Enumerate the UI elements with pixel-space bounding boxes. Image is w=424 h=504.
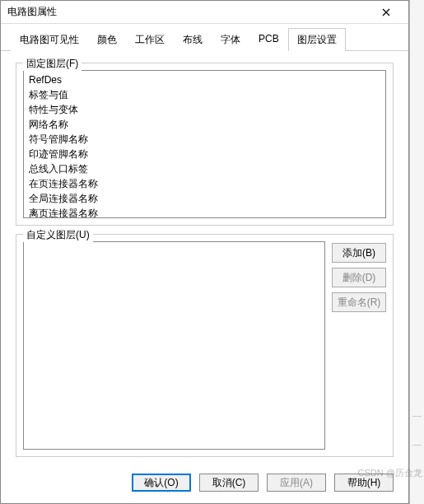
list-item[interactable]: 离页连接器名称 bbox=[26, 206, 384, 218]
close-icon bbox=[382, 8, 390, 16]
delete-button[interactable]: 删除(D) bbox=[332, 268, 386, 287]
list-item[interactable]: 总线入口标签 bbox=[26, 161, 384, 176]
fixed-layers-group: 固定图层(F) RefDes 标签与值 特性与变体 网络名称 符号管脚名称 印迹… bbox=[16, 63, 394, 226]
ok-button[interactable]: 确认(O) bbox=[132, 474, 191, 492]
list-item[interactable]: 特性与变体 bbox=[26, 102, 384, 117]
tab-font[interactable]: 字体 bbox=[212, 28, 249, 51]
list-item[interactable]: 符号管脚名称 bbox=[26, 132, 384, 147]
list-item[interactable]: 标签与值 bbox=[26, 87, 384, 102]
close-button[interactable] bbox=[370, 2, 402, 22]
dialog-window: 电路图属性 电路图可见性 颜色 工作区 布线 字体 PCB 图层设置 固定图层(… bbox=[0, 0, 409, 504]
list-item[interactable]: 在页连接器名称 bbox=[26, 176, 384, 191]
tab-workspace[interactable]: 工作区 bbox=[126, 28, 174, 51]
custom-layers-label: 自定义图层(U) bbox=[23, 228, 93, 242]
list-item[interactable]: 网络名称 bbox=[26, 117, 384, 132]
tab-wiring[interactable]: 布线 bbox=[174, 28, 212, 51]
list-item[interactable]: 全局连接器名称 bbox=[26, 191, 384, 206]
dialog-title: 电路图属性 bbox=[7, 5, 370, 19]
tab-pcb[interactable]: PCB bbox=[249, 28, 288, 51]
custom-layers-listbox[interactable] bbox=[23, 241, 325, 450]
rename-button[interactable]: 重命名(R) bbox=[332, 292, 386, 312]
background-window-edge bbox=[409, 0, 424, 504]
custom-layers-group: 自定义图层(U) 添加(B) 删除(D) 重命名(R) bbox=[16, 234, 394, 457]
fixed-layers-listbox[interactable]: RefDes 标签与值 特性与变体 网络名称 符号管脚名称 印迹管脚名称 总线入… bbox=[23, 70, 386, 218]
tabs: 电路图可见性 颜色 工作区 布线 字体 PCB 图层设置 bbox=[1, 24, 408, 51]
titlebar: 电路图属性 bbox=[1, 1, 408, 24]
tab-content: 固定图层(F) RefDes 标签与值 特性与变体 网络名称 符号管脚名称 印迹… bbox=[1, 51, 408, 465]
cancel-button[interactable]: 取消(C) bbox=[199, 474, 259, 492]
list-item[interactable]: 印迹管脚名称 bbox=[26, 147, 384, 161]
watermark: CSDN @历金龙 bbox=[358, 467, 422, 479]
fixed-layers-label: 固定图层(F) bbox=[23, 57, 82, 71]
apply-button[interactable]: 应用(A) bbox=[267, 474, 326, 492]
add-button[interactable]: 添加(B) bbox=[332, 243, 386, 263]
list-item[interactable]: RefDes bbox=[26, 72, 384, 87]
tab-colors[interactable]: 颜色 bbox=[88, 28, 126, 51]
custom-layers-inner: 添加(B) 删除(D) 重命名(R) bbox=[23, 241, 386, 450]
dialog-buttons: 确认(O) 取消(C) 应用(A) 帮助(H) bbox=[1, 465, 408, 503]
tab-layer-settings[interactable]: 图层设置 bbox=[288, 28, 346, 51]
side-buttons: 添加(B) 删除(D) 重命名(R) bbox=[332, 241, 386, 450]
tab-visibility[interactable]: 电路图可见性 bbox=[11, 28, 88, 51]
